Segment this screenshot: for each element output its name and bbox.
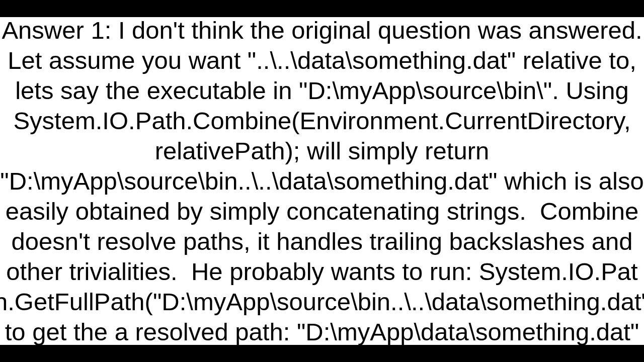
answer-line: System.IO.Path.Combine(Environment.Curre… xyxy=(13,107,630,134)
answer-line: Answer 1: I don't think the original que… xyxy=(2,17,642,44)
content-viewport: Answer 1: I don't think the original que… xyxy=(0,17,644,345)
answer-line: doesn't resolve paths, it handles traili… xyxy=(11,228,632,255)
answer-line: easily obtained by simply concatenating … xyxy=(6,198,638,225)
answer-line: to get the a resolved path: "D:\myApp\da… xyxy=(5,318,639,345)
answer-text-block: Answer 1: I don't think the original que… xyxy=(0,17,644,345)
answer-line: other trivialities. He probably wants to… xyxy=(6,258,637,285)
answer-line: lets say the executable in "D:\myApp\sou… xyxy=(15,77,629,104)
answer-line: "D:\myApp\source\bin..\..\data\something… xyxy=(0,167,643,195)
answer-line: h.GetFullPath("D:\myApp\source\bin..\..\… xyxy=(0,288,644,315)
answer-line: relativePath); will simply return xyxy=(155,137,489,164)
answer-line: Let assume you want "..\..\data\somethin… xyxy=(8,47,636,74)
